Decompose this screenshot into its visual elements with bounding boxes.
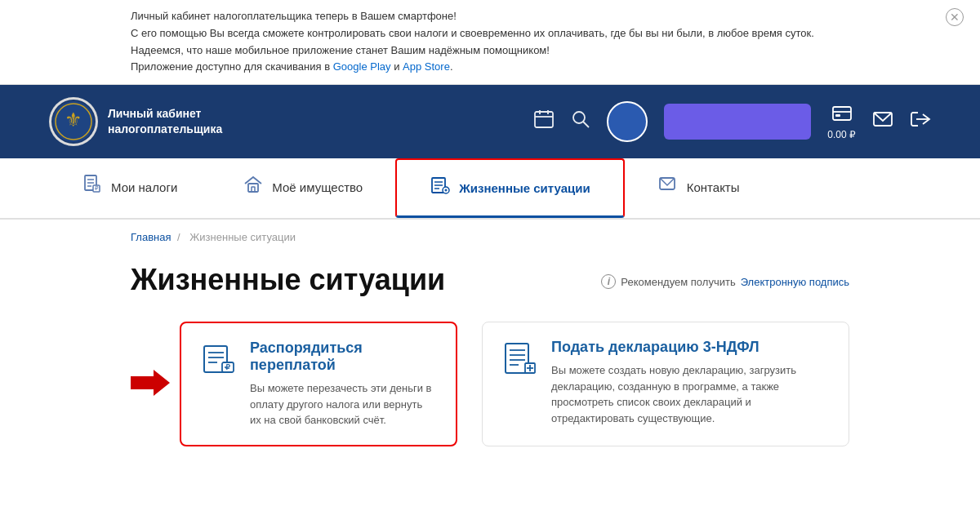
- user-avatar: [607, 101, 648, 142]
- navigation: ₽ Мои налоги Моё имущество: [0, 158, 980, 220]
- balance-icon: [831, 103, 853, 129]
- svg-rect-21: [248, 184, 258, 192]
- cards-area: ₽ Распорядиться переплатой Вы можете пер…: [0, 313, 980, 471]
- nav-item-situations[interactable]: Жизненные ситуации: [395, 158, 625, 218]
- svg-rect-12: [835, 114, 840, 117]
- header-logo: ⚜ Личный кабинет налогоплательщика: [49, 97, 222, 146]
- user-button[interactable]: [664, 104, 811, 140]
- calendar-icon[interactable]: [533, 109, 555, 135]
- notification-line3: Надеемся, что наше мобильное приложение …: [131, 42, 849, 60]
- header: ⚜ Личный кабинет налогоплательщика: [0, 85, 980, 158]
- svg-rect-10: [833, 107, 851, 120]
- logo-emblem: ⚜: [49, 97, 98, 146]
- recommend-prefix: Рекомендуем получить: [621, 276, 735, 288]
- balance-amount: 0.00 ₽: [827, 129, 856, 140]
- search-icon[interactable]: [571, 109, 590, 134]
- nav-item-property[interactable]: Моё имущество: [210, 158, 395, 218]
- electronic-signature-link[interactable]: Электронную подпись: [741, 276, 849, 288]
- overpayment-description: Вы можете перезачесть эти деньги в оплат…: [250, 380, 436, 429]
- header-balance: 0.00 ₽: [827, 103, 856, 140]
- recommend-text: i Рекомендуем получить Электронную подпи…: [601, 274, 849, 289]
- breadcrumb-home[interactable]: Главная: [131, 231, 171, 243]
- svg-text:⚜: ⚜: [65, 109, 82, 131]
- taxes-icon: ₽: [82, 174, 103, 200]
- svg-rect-4: [535, 112, 553, 127]
- notification-line2: С его помощью Вы всегда сможете контроли…: [131, 25, 849, 42]
- nav-label-contacts: Контакты: [687, 180, 740, 194]
- page-title: Жизненные ситуации: [131, 263, 445, 297]
- notification-banner: Личный кабинет налогоплательщика теперь …: [0, 0, 980, 85]
- nav-label-situations: Жизненные ситуации: [459, 181, 590, 195]
- property-icon: [243, 174, 264, 200]
- declaration-description: Вы можете создать новую декларацию, загр…: [551, 362, 829, 426]
- mail-icon[interactable]: [872, 109, 893, 135]
- breadcrumb: Главная / Жизненные ситуации: [0, 220, 980, 255]
- notification-period: .: [450, 60, 453, 73]
- nav-label-taxes: Мои налоги: [111, 180, 177, 194]
- page-title-area: Жизненные ситуации i Рекомендуем получит…: [0, 255, 980, 313]
- declaration-icon: [502, 340, 538, 384]
- svg-line-9: [583, 122, 589, 127]
- breadcrumb-current: Жизненные ситуации: [189, 231, 296, 243]
- declaration-content: Подать декларацию 3-НДФЛ Вы можете созда…: [551, 339, 829, 426]
- eagle-icon: ⚜: [51, 100, 96, 144]
- google-play-link[interactable]: Google Play: [333, 60, 391, 73]
- notification-line4-prefix: Приложение доступно для скачивания в: [131, 60, 333, 73]
- situations-icon: [430, 175, 451, 201]
- overpayment-title: Распорядиться переплатой: [250, 340, 436, 374]
- nav-item-contacts[interactable]: Контакты: [625, 158, 773, 218]
- logo-text: Личный кабинет налогоплательщика: [108, 106, 222, 138]
- red-arrow-overpayment: [131, 368, 170, 400]
- overpayment-icon: ₽: [201, 341, 237, 384]
- card-row-left: ₽ Распорядиться переплатой Вы можете пер…: [131, 322, 457, 446]
- breadcrumb-separator: /: [177, 231, 183, 243]
- exit-icon[interactable]: [910, 109, 931, 135]
- logo-text-line2: налогоплательщика: [108, 122, 222, 138]
- app-store-link[interactable]: App Store: [403, 60, 450, 73]
- notification-line1: Личный кабинет налогоплательщика теперь …: [131, 8, 849, 25]
- declaration-title: Подать декларацию 3-НДФЛ: [551, 339, 829, 356]
- notification-conjunction: и: [391, 60, 403, 73]
- svg-marker-31: [131, 370, 170, 396]
- card-overpayment[interactable]: ₽ Распорядиться переплатой Вы можете пер…: [180, 322, 457, 446]
- info-icon: i: [601, 274, 616, 289]
- contacts-icon: [657, 174, 679, 200]
- notification-line4: Приложение доступно для скачивания в Goo…: [131, 59, 849, 76]
- logo-text-line1: Личный кабинет: [108, 106, 222, 122]
- svg-point-8: [573, 112, 585, 123]
- card-declaration[interactable]: Подать декларацию 3-НДФЛ Вы можете созда…: [482, 322, 849, 446]
- notification-close-button[interactable]: ✕: [946, 8, 964, 26]
- nav-item-taxes[interactable]: ₽ Мои налоги: [49, 158, 210, 218]
- overpayment-content: Распорядиться переплатой Вы можете перез…: [250, 340, 436, 429]
- nav-label-property: Моё имущество: [272, 180, 363, 194]
